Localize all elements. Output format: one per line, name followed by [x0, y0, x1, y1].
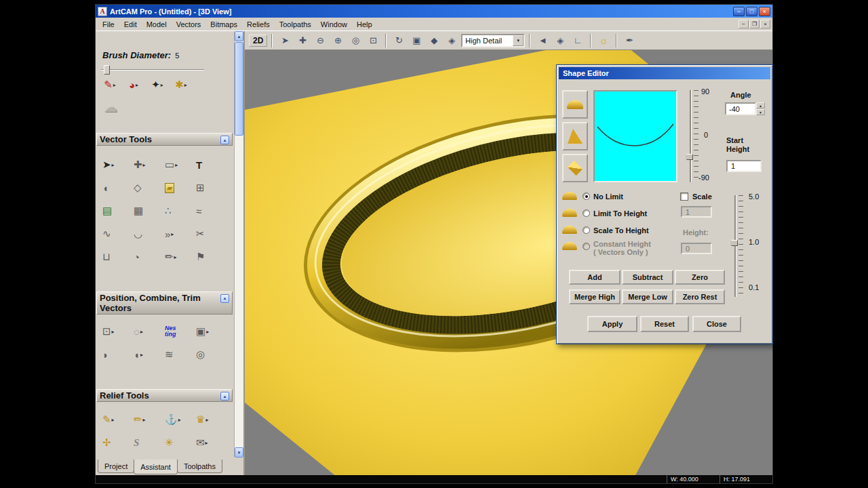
pc-subtract-vector-tool[interactable]: ◖▸ [131, 343, 162, 366]
height-slider-thumb[interactable] [729, 240, 738, 246]
relief-tools-collapse-button[interactable]: ▲ [220, 392, 229, 401]
vt-join-tool[interactable]: »▸ [162, 222, 193, 245]
merge-high-button[interactable]: Merge High [569, 289, 620, 304]
scrollbar-thumb[interactable] [235, 42, 243, 136]
vt-text-tool[interactable]: T [193, 153, 224, 176]
limit-to-height-radio[interactable] [583, 209, 590, 217]
zero-button[interactable]: Zero [675, 270, 725, 285]
menu-model[interactable]: Model [142, 18, 172, 30]
shape-editor-dialog[interactable]: Shape Editor 90 0 -90 Angle -40 ▲ ▼ Star… [556, 64, 773, 344]
rt-wrap-tool[interactable]: ✉▸ [193, 431, 224, 454]
zoom-fit-button[interactable]: ⊡ [365, 33, 381, 48]
diamond-view-button[interactable]: ◈ [552, 33, 568, 48]
smudge-tool[interactable]: ☁ [104, 99, 117, 115]
draw-toolpath-button[interactable]: ✒ [621, 33, 637, 48]
shape-editor-title-bar[interactable]: Shape Editor [559, 67, 770, 79]
rt-smooth-tool[interactable]: ✏▸ [131, 408, 162, 431]
menu-help[interactable]: Help [352, 18, 377, 30]
minimize-button[interactable]: − [733, 7, 745, 16]
pc-align-tool[interactable]: ⊡▸ [100, 320, 131, 343]
vt-trim-tool[interactable]: ✂ [193, 222, 224, 245]
brush-slider-thumb[interactable] [104, 65, 110, 75]
constant-height-radio[interactable] [583, 243, 590, 250]
shape-dome-button[interactable] [562, 90, 588, 119]
select-cursor-button[interactable]: ➤ [277, 33, 293, 48]
panel-scrollbar[interactable]: ▲ ▼ [234, 31, 243, 458]
limit-height-input[interactable]: 1 [681, 206, 712, 218]
previous-view-button[interactable]: ◄ [534, 33, 551, 48]
vt-flag-tool[interactable]: ⚑ [193, 245, 224, 268]
zero-rest-button[interactable]: Zero Rest [675, 289, 725, 304]
brush-diameter-slider[interactable] [101, 65, 204, 75]
angle-spin-up-button[interactable]: ▲ [756, 102, 765, 108]
shade-flat-button[interactable]: ▣ [408, 33, 425, 48]
pc-fillet-tool[interactable]: ≋ [162, 343, 193, 366]
rt-sweep-tool[interactable]: S [131, 431, 162, 454]
paint-brush-tool[interactable]: ✎▸ [101, 76, 119, 94]
pc-group-tool[interactable]: ▣▸ [193, 320, 224, 343]
vt-shape-tool[interactable]: ◖ [100, 176, 131, 199]
detail-level-dropdown[interactable]: High Detail ▼ [461, 34, 525, 47]
angle-slider-track[interactable] [690, 90, 692, 182]
maximize-button[interactable]: □ [746, 7, 757, 16]
colour-picker-tool[interactable]: ◕▸ [125, 76, 142, 94]
zoom-window-button[interactable]: ◎ [347, 33, 363, 48]
vt-pie-tool[interactable]: ◔ [131, 245, 162, 268]
merge-low-button[interactable]: Merge Low [622, 289, 673, 304]
add-button[interactable]: Add [569, 270, 620, 285]
vt-arcs-tool[interactable]: ≈ [193, 199, 224, 222]
close-dialog-button[interactable]: Close [692, 316, 741, 332]
scale-checkbox[interactable] [680, 192, 688, 201]
constant-height-input[interactable]: 0 [681, 243, 712, 254]
no-limit-radio[interactable] [583, 192, 590, 200]
spray-tool[interactable]: ✦▸ [149, 76, 166, 94]
start-height-input[interactable]: 1 [726, 160, 762, 172]
vt-polygon-tool[interactable]: ◇ [131, 176, 162, 199]
mdi-restore-button[interactable]: ❐ [749, 20, 760, 28]
shape-pyramid-button[interactable] [562, 154, 588, 182]
mdi-minimize-button[interactable]: − [738, 20, 749, 28]
reset-button[interactable]: Reset [640, 316, 689, 332]
tab-project[interactable]: Project [98, 460, 134, 473]
vt-wave-tool[interactable]: ∿ [100, 222, 131, 245]
profile-preview[interactable] [593, 90, 677, 182]
close-button[interactable]: × [759, 7, 770, 16]
pc-spiral-tool[interactable]: ◎ [193, 343, 224, 366]
angle-slider-thumb[interactable] [684, 154, 693, 160]
vt-dots-tool[interactable]: ∴ [162, 199, 193, 222]
scale-to-height-radio[interactable] [583, 226, 590, 234]
palette-tool[interactable]: ✱▸ [172, 76, 190, 94]
menu-edit[interactable]: Edit [119, 18, 142, 30]
scroll-up-button[interactable]: ▲ [235, 31, 243, 41]
scroll-down-button[interactable]: ▼ [235, 447, 243, 458]
vt-block-copy-tool[interactable]: ⊞ [193, 176, 224, 199]
pc-paste-along-curve-tool[interactable]: ◌▸ [131, 320, 162, 343]
rt-weave-tool[interactable]: ✳ [162, 431, 193, 454]
corner-view-button[interactable]: ∟ [570, 33, 586, 48]
menu-toolpaths[interactable]: Toolpaths [275, 18, 316, 30]
rt-crown-tool[interactable]: ♛▸ [193, 408, 224, 431]
angle-input[interactable]: -40 [725, 102, 756, 115]
vt-rectangle-tool[interactable]: ▭▸ [162, 153, 193, 176]
menu-bitmaps[interactable]: Bitmaps [205, 18, 242, 30]
menu-reliefs[interactable]: Reliefs [242, 18, 275, 30]
zoom-in-button[interactable]: ⊕ [330, 33, 346, 48]
rt-texture-tool[interactable]: ✢ [100, 431, 131, 454]
lighting-button[interactable]: ☼ [595, 33, 612, 48]
pan-button[interactable]: ✚ [294, 33, 311, 48]
vt-arc-tool[interactable]: ◡ [131, 222, 162, 245]
vt-transform-tool[interactable]: ✚▸ [131, 153, 162, 176]
pc-weld-tool[interactable]: ◗ [100, 343, 131, 366]
toggle-2d-view-button[interactable]: 2D [249, 35, 267, 47]
vt-cylinder-tool[interactable]: ⊔ [100, 245, 131, 268]
vector-tools-collapse-button[interactable]: ▲ [220, 136, 229, 144]
vt-grid-tool[interactable]: ▦ [131, 199, 162, 222]
tab-toolpaths[interactable]: Toolpaths [177, 460, 222, 473]
position-combine-trim-collapse-button[interactable]: ▲ [220, 294, 229, 303]
tab-assistant[interactable]: Assistant [134, 460, 178, 474]
title-bar[interactable]: A ArtCAM Pro - (Untitled) - [3D View] − … [96, 5, 772, 18]
shade-iso-button[interactable]: ◆ [426, 33, 442, 48]
subtract-button[interactable]: Subtract [622, 270, 673, 285]
vt-select-tool[interactable]: ➤▸ [100, 153, 131, 176]
shape-angle-button[interactable] [562, 122, 588, 150]
